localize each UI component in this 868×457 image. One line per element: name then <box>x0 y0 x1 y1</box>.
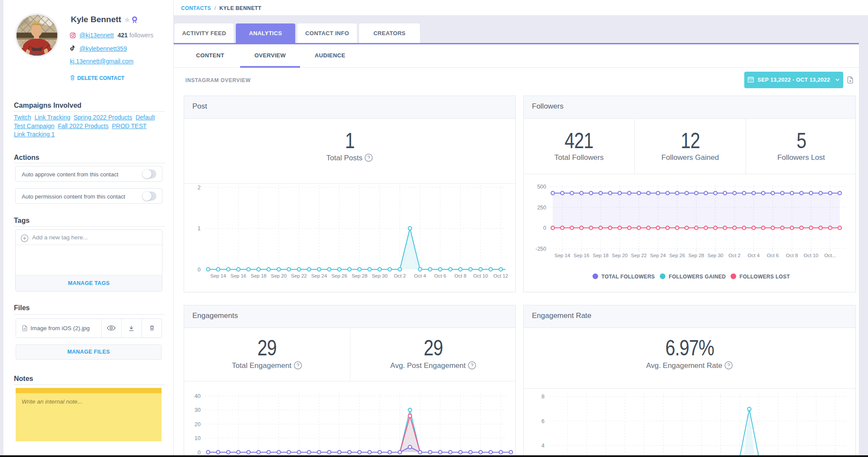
svg-text:Sep 14: Sep 14 <box>554 253 571 258</box>
svg-text:Sep 18: Sep 18 <box>251 273 266 278</box>
svg-text:Sep 28: Sep 28 <box>688 253 704 258</box>
svg-text:Sep 26: Sep 26 <box>669 253 685 258</box>
svg-text:0: 0 <box>543 225 546 231</box>
svg-text:FOLLOWERS GAINED: FOLLOWERS GAINED <box>669 274 726 280</box>
svg-text:Sep 24: Sep 24 <box>650 253 666 258</box>
svg-text:Sep 24: Sep 24 <box>311 273 327 278</box>
svg-text:Oct 4: Oct 4 <box>748 253 760 258</box>
svg-text:Sep 22: Sep 22 <box>631 253 647 258</box>
svg-text:Sep 16: Sep 16 <box>231 273 246 278</box>
svg-text:1: 1 <box>198 225 201 232</box>
svg-text:0: 0 <box>198 450 201 456</box>
svg-text:8: 8 <box>541 394 545 400</box>
svg-text:250: 250 <box>537 205 546 211</box>
svg-text:Sep 28: Sep 28 <box>352 273 367 278</box>
svg-text:Oct 10: Oct 10 <box>473 273 488 278</box>
svg-text:Oct 6: Oct 6 <box>767 253 779 258</box>
svg-text:Sep 18: Sep 18 <box>593 253 608 258</box>
svg-text:Oct 6: Oct 6 <box>434 273 446 278</box>
svg-text:4: 4 <box>541 443 545 449</box>
svg-text:0: 0 <box>198 267 201 273</box>
svg-text:Sep 30: Sep 30 <box>707 253 723 258</box>
svg-text:TOTAL FOLLOWERS: TOTAL FOLLOWERS <box>601 274 655 280</box>
svg-text:FOLLOWERS LOST: FOLLOWERS LOST <box>739 274 790 280</box>
svg-text:Sep 20: Sep 20 <box>612 253 627 258</box>
svg-text:30: 30 <box>195 407 201 413</box>
svg-text:500: 500 <box>537 184 546 190</box>
svg-text:Sep 26: Sep 26 <box>331 273 347 278</box>
svg-text:Sep 16: Sep 16 <box>574 253 589 258</box>
svg-text:Oct 10: Oct 10 <box>804 253 818 258</box>
svg-text:Oct...: Oct... <box>824 253 836 258</box>
svg-text:40: 40 <box>195 393 201 399</box>
svg-text:10: 10 <box>195 435 201 441</box>
svg-text:Oct 2: Oct 2 <box>729 253 740 258</box>
svg-text:2: 2 <box>198 185 201 191</box>
svg-text:20: 20 <box>195 421 201 427</box>
svg-text:Sep 20: Sep 20 <box>271 273 287 278</box>
svg-text:-250: -250 <box>535 246 546 252</box>
svg-text:Oct 2: Oct 2 <box>394 273 406 278</box>
svg-text:Oct 8: Oct 8 <box>455 273 466 278</box>
svg-text:Oct 4: Oct 4 <box>414 273 426 278</box>
svg-text:Sep 22: Sep 22 <box>291 273 307 278</box>
svg-text:Oct 12: Oct 12 <box>493 273 508 278</box>
svg-text:Sep 30: Sep 30 <box>372 273 387 278</box>
svg-text:6: 6 <box>541 418 545 424</box>
svg-text:Sep 14: Sep 14 <box>210 273 226 278</box>
svg-text:Oct 8: Oct 8 <box>786 253 798 258</box>
